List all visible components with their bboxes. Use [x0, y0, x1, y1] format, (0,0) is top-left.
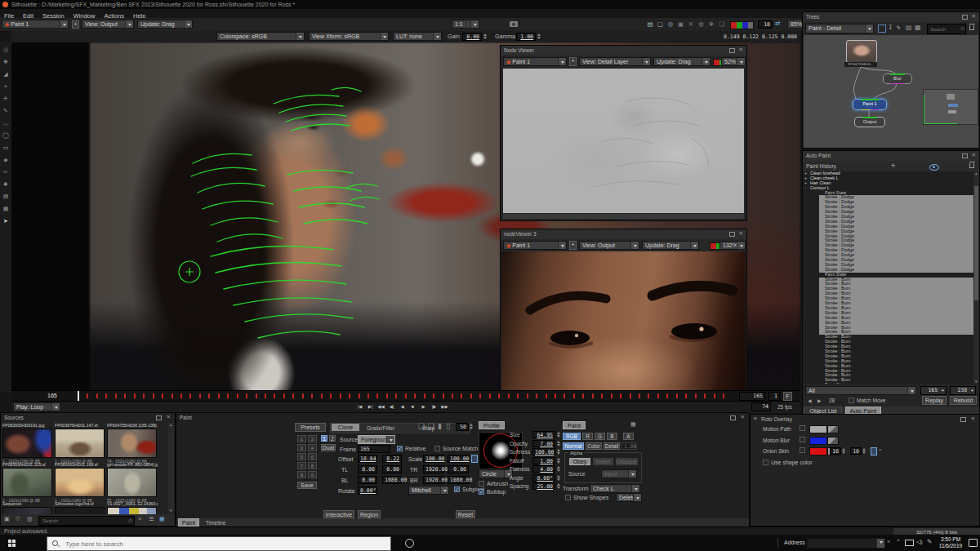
output-node[interactable]: Output	[854, 117, 885, 127]
preset-slot-9-button[interactable]: 9	[297, 471, 306, 478]
scroll-up-icon[interactable]: ▲	[974, 171, 978, 176]
eyes-closeup-image[interactable]	[501, 251, 746, 390]
param-flatness-stepper[interactable]	[557, 465, 561, 473]
node-graph[interactable]: FP004755HD06... Blur Paint 1 Output	[804, 35, 978, 148]
colorspace-dropdown[interactable]: Colorspace: sRGB	[216, 32, 305, 41]
start-button[interactable]	[8, 540, 16, 547]
mode-normal-button[interactable]: Normal	[563, 442, 584, 450]
update-mode-dropdown[interactable]: Update: Drag	[642, 241, 699, 250]
source-thumbnail[interactable]	[2, 468, 52, 497]
add-view-button[interactable]: +	[72, 20, 79, 29]
bl-y-field[interactable]: 1080.00	[382, 476, 402, 484]
close-view-icon[interactable]: ✕	[686, 20, 696, 29]
preset-slot-0-button[interactable]: 0	[308, 471, 317, 478]
param-softness-stepper[interactable]	[557, 448, 561, 455]
param-opacity-field[interactable]: 7.00	[532, 440, 555, 447]
invert-button[interactable]: Invert	[593, 458, 613, 465]
tab-clone[interactable]: Clone	[332, 424, 359, 431]
pen-tray-icon[interactable]: ✎	[927, 538, 932, 545]
timeline-bar[interactable]: 165 165 1 F	[11, 390, 800, 402]
frame-step-field[interactable]: 1	[768, 392, 780, 401]
picker-tool-icon[interactable]: ✚	[1, 181, 11, 188]
scroll-thumb[interactable]	[974, 186, 978, 300]
clear-search-icon[interactable]: ⊙	[128, 518, 132, 523]
br-x-field[interactable]: 1920.00	[423, 476, 444, 484]
jump-end-button[interactable]: ▶|	[365, 402, 376, 411]
match-move-checkbox[interactable]	[849, 398, 854, 403]
replay-button[interactable]: Replay	[922, 396, 947, 405]
taskbar-search-input[interactable]	[64, 538, 377, 549]
sources-scrollbar[interactable]: ▲ ▼	[168, 423, 174, 513]
globe-icon[interactable]: ◍	[697, 20, 706, 29]
tab-grade-filter[interactable]: Grade/Filter	[367, 425, 394, 431]
scroll-down-icon[interactable]: ▼	[974, 380, 978, 384]
overlay-checkbox[interactable]	[800, 447, 805, 453]
overlay-gradient-swatch[interactable]	[827, 425, 839, 433]
snapshot-camera-icon[interactable]	[510, 21, 518, 27]
transform-dropdown[interactable]: Check L	[590, 484, 640, 493]
add-source-icon[interactable]: ▣	[4, 516, 10, 522]
tree-selector-dropdown[interactable]: Paint - Detail	[805, 24, 874, 33]
preset-slot-1-button[interactable]: 1	[297, 435, 306, 442]
prev-keyframe-button[interactable]: ◀◀	[376, 402, 386, 411]
param-flatness-field[interactable]: 4.00	[532, 465, 555, 473]
tl-x-field[interactable]: 0.00	[358, 465, 377, 473]
airbrush-checkbox[interactable]	[479, 481, 484, 487]
update-mode-dropdown[interactable]: Update: Drag	[137, 20, 193, 29]
rebuild-button[interactable]: Rebuild	[950, 396, 977, 405]
pan-tool-icon[interactable]: ✥	[1, 59, 11, 65]
relative-checkbox[interactable]	[397, 446, 403, 451]
mode-color-button[interactable]: Color	[586, 442, 602, 450]
zoom-tool-icon[interactable]: ◎	[1, 47, 11, 53]
interactive-button[interactable]: Interactive	[323, 510, 354, 518]
scale-x-field[interactable]: 100.00	[423, 455, 444, 463]
hidden-icons-chevron[interactable]: ⌃	[896, 539, 901, 545]
rotate-field[interactable]: 0.00°	[358, 487, 377, 495]
onion-link-icon[interactable]: =	[879, 447, 882, 452]
clone-source-dropdown[interactable]: Foreground	[358, 435, 395, 444]
history-stroke-item[interactable]: Paint State	[803, 383, 973, 384]
transform-tool-icon[interactable]: ⌖	[1, 83, 11, 90]
close-panel-icon[interactable]: ✕	[972, 14, 976, 19]
select-tool-icon[interactable]: ◢	[1, 71, 11, 78]
param-falloff-field[interactable]: 1.00	[532, 457, 555, 464]
tab-timeline[interactable]: Timeline	[206, 520, 225, 526]
next-keyframe-button[interactable]: ▶▶	[439, 402, 450, 411]
tr-x-field[interactable]: 1920.00	[423, 465, 444, 473]
br-y-field[interactable]: 1080.00	[448, 476, 469, 484]
fit-arrows-icon[interactable]: ⇄	[775, 20, 781, 27]
preset-slot-7-button[interactable]: 7	[297, 462, 306, 469]
pixel-ratio-dropdown[interactable]: 1:1	[452, 20, 479, 29]
float-panel-icon[interactable]	[730, 415, 736, 420]
preset-slot-3-button[interactable]: 3	[297, 444, 306, 451]
columns-icon[interactable]: ▥	[27, 516, 33, 522]
param-opacity-stepper[interactable]	[557, 440, 561, 447]
monitor-icon[interactable]: ▤	[645, 20, 655, 29]
paint-history-list[interactable]: +Clean forehead+Clean cheek L+Hair Clean…	[803, 171, 973, 384]
overlay-icon[interactable]: ❏	[717, 20, 727, 29]
region-icon[interactable]: ▣	[676, 20, 686, 29]
scissors-tool-icon[interactable]: ✂	[1, 169, 11, 176]
view-mode-dropdown[interactable]: View: Detail Layer	[579, 57, 651, 66]
history-next-icon[interactable]: ▶	[817, 398, 822, 403]
param-softness-field[interactable]: 100.00	[532, 448, 555, 455]
gamma-stepper[interactable]	[537, 33, 541, 40]
overlay-color-swatch[interactable]	[809, 425, 827, 433]
range-end-field[interactable]: 238 ◂	[950, 386, 976, 395]
play-button[interactable]: ▶	[418, 402, 429, 411]
taskbar-clock[interactable]: 3:50 PM 11/6/2019	[936, 536, 965, 549]
brush-preset-icon[interactable]: ▯	[446, 422, 450, 430]
overlay-color-swatch[interactable]	[809, 447, 827, 455]
trees-search-input[interactable]	[929, 24, 961, 33]
filter-icon[interactable]: ▽	[16, 516, 20, 522]
close-panel-icon[interactable]: ✕	[739, 231, 743, 236]
node-selector[interactable]: ◆ Paint 1	[503, 241, 567, 250]
source-thumbnail[interactable]	[107, 507, 157, 514]
region-button[interactable]: Region	[358, 510, 381, 518]
clear-search-icon[interactable]: ⊙	[960, 25, 964, 31]
preset-slot-2-button[interactable]: 2	[308, 435, 317, 442]
brush-size-stepper[interactable]	[470, 423, 474, 430]
bezier-tool-icon[interactable]: ✎	[1, 108, 11, 114]
display-tray-icon[interactable]	[905, 540, 914, 546]
offset-x-field[interactable]: 18.04	[358, 455, 377, 463]
